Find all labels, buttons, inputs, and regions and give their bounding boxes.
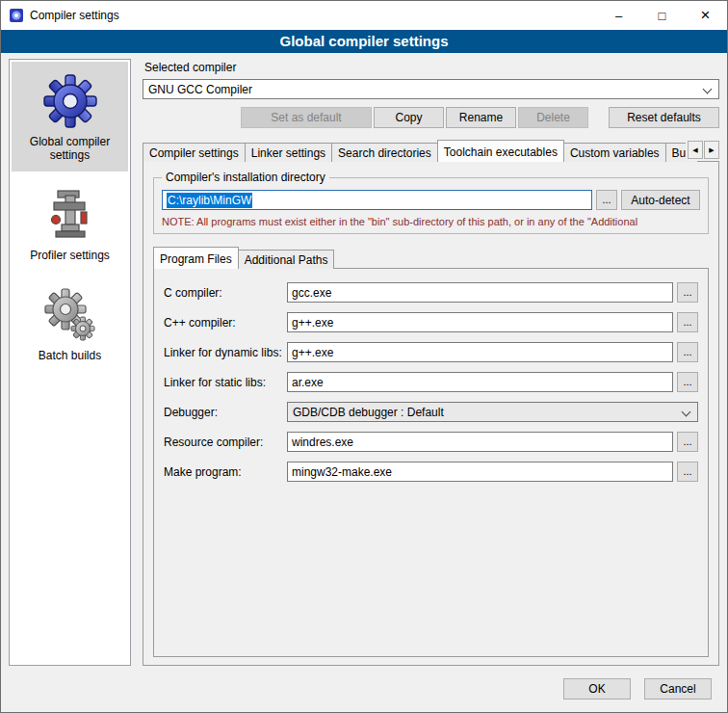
toolchain-tab-panel: Compiler's installation directory C:\ray… — [143, 161, 719, 666]
subtab-additional-paths[interactable]: Additional Paths — [238, 250, 335, 269]
dialog-footer: OK Cancel — [1, 672, 727, 712]
resource-compiler-row: Resource compiler:windres.exe... — [164, 432, 698, 452]
ok-button[interactable]: OK — [563, 678, 631, 700]
tab-scroll-left-icon[interactable]: ◀ — [688, 141, 703, 159]
rename-button[interactable]: Rename — [446, 107, 516, 128]
resource-compiler-browse-button[interactable]: ... — [677, 432, 698, 452]
debugger-row: Debugger:GDB/CDB debugger : Default — [164, 402, 698, 422]
linker-static-libs-browse-button[interactable]: ... — [677, 372, 698, 392]
make-program-browse-button[interactable]: ... — [677, 462, 698, 482]
install-dir-group-title: Compiler's installation directory — [162, 171, 329, 184]
c-compiler-row: C compiler:gcc.exe... — [164, 282, 698, 303]
install-dir-input[interactable]: C:\raylib\MinGW — [162, 190, 592, 210]
install-dir-browse-button[interactable]: ... — [596, 190, 617, 210]
resource-compiler-label: Resource compiler: — [164, 436, 287, 449]
profiler-tool-icon — [42, 187, 98, 243]
toolchain-fields: C compiler:gcc.exe...C++ compiler:g++.ex… — [164, 282, 698, 482]
titlebar: Compiler settings – □ × — [1, 1, 727, 30]
c-compiler-input[interactable]: gcc.exe — [287, 282, 673, 303]
debugger-value: GDB/CDB debugger : Default — [293, 406, 444, 419]
close-icon[interactable]: × — [684, 1, 727, 30]
chevron-down-icon — [682, 408, 691, 417]
compiler-settings-dialog: Compiler settings – □ × Global compiler … — [0, 0, 728, 713]
sidebar-item-label: Batch builds — [14, 349, 125, 362]
settings-tabstrip: Compiler settingsLinker settingsSearch d… — [143, 140, 719, 162]
install-dir-row: C:\raylib\MinGW ... Auto-detect — [162, 190, 700, 210]
tab-linker-settings[interactable]: Linker settings — [245, 143, 332, 162]
linker-static-libs-label: Linker for static libs: — [164, 376, 287, 389]
install-dir-value: C:\raylib\MinGW — [167, 193, 252, 208]
make-program-row: Make program:mingw32-make.exe... — [164, 462, 698, 482]
sidebar-item-batch-builds[interactable]: Batch builds — [12, 276, 128, 372]
selected-compiler-label: Selected compiler — [144, 61, 719, 74]
linker-static-libs-row: Linker for static libs:ar.exe... — [164, 372, 698, 392]
dialog-content: Global compiler settings Profiler settin… — [1, 53, 727, 672]
cpp-compiler-input[interactable]: g++.exe — [287, 312, 673, 332]
sidebar-item-global-compiler-settings[interactable]: Global compiler settings — [12, 62, 128, 172]
main-panel: Selected compiler GNU GCC Compiler Set a… — [143, 59, 719, 666]
tab-compiler-settings[interactable]: Compiler settings — [143, 143, 246, 162]
make-program-input[interactable]: mingw32-make.exe — [287, 462, 673, 482]
linker-dynamic-libs-label: Linker for dynamic libs: — [164, 346, 287, 359]
c-compiler-browse-button[interactable]: ... — [677, 282, 698, 303]
set-as-default-button: Set as default — [241, 107, 372, 128]
window-title: Compiler settings — [30, 9, 119, 22]
debugger-select[interactable]: GDB/CDB debugger : Default — [287, 402, 698, 422]
app-icon — [9, 8, 24, 23]
tab-scroll: ◀ ▶ — [686, 141, 719, 161]
sidebar-item-label: Global compiler settings — [14, 135, 125, 162]
compiler-actions: Set as defaultCopyRenameDeleteReset defa… — [143, 107, 719, 128]
tab-search-directories[interactable]: Search directories — [331, 143, 438, 162]
program-files-panel: C compiler:gcc.exe...C++ compiler:g++.ex… — [153, 268, 709, 657]
gray-gears-icon — [42, 287, 98, 343]
linker-static-libs-input[interactable]: ar.exe — [287, 372, 673, 392]
copy-button[interactable]: Copy — [374, 107, 444, 128]
autodetect-button[interactable]: Auto-detect — [621, 190, 700, 210]
cpp-compiler-row: C++ compiler:g++.exe... — [164, 312, 698, 332]
install-dir-note: NOTE: All programs must exist either in … — [162, 216, 700, 227]
minimize-icon[interactable]: – — [597, 1, 640, 30]
install-dir-groupbox: Compiler's installation directory C:\ray… — [153, 177, 709, 234]
debugger-label: Debugger: — [164, 406, 287, 419]
sidebar-item-profiler-settings[interactable]: Profiler settings — [12, 175, 128, 272]
cpp-compiler-browse-button[interactable]: ... — [677, 312, 698, 332]
delete-button: Delete — [518, 107, 588, 128]
linker-dynamic-libs-browse-button[interactable]: ... — [677, 342, 698, 362]
sidebar-item-label: Profiler settings — [14, 249, 125, 262]
linker-dynamic-libs-row: Linker for dynamic libs:g++.exe... — [164, 342, 698, 362]
tab-custom-variables[interactable]: Custom variables — [563, 143, 666, 162]
blue-gear-icon — [42, 73, 98, 129]
resource-compiler-input[interactable]: windres.exe — [287, 432, 673, 452]
subtab-program-files[interactable]: Program Files — [153, 247, 239, 269]
tab-toolchain-executables[interactable]: Toolchain executables — [437, 140, 564, 162]
c-compiler-label: C compiler: — [164, 286, 287, 300]
cancel-button[interactable]: Cancel — [644, 678, 712, 700]
settings-sidebar: Global compiler settings Profiler settin… — [9, 59, 131, 666]
linker-dynamic-libs-input[interactable]: g++.exe — [287, 342, 673, 362]
tab-scroll-right-icon[interactable]: ▶ — [704, 141, 719, 159]
reset-defaults-button[interactable]: Reset defaults — [609, 107, 719, 128]
cpp-compiler-label: C++ compiler: — [164, 316, 287, 330]
selected-compiler-value: GNU GCC Compiler — [148, 83, 252, 96]
chevron-down-icon — [703, 85, 713, 94]
program-files-tabstrip: Program FilesAdditional Paths — [153, 248, 709, 269]
page-title: Global compiler settings — [1, 30, 727, 53]
selected-compiler-combo[interactable]: GNU GCC Compiler — [143, 79, 719, 99]
maximize-icon[interactable]: □ — [640, 1, 684, 30]
make-program-label: Make program: — [164, 465, 287, 479]
